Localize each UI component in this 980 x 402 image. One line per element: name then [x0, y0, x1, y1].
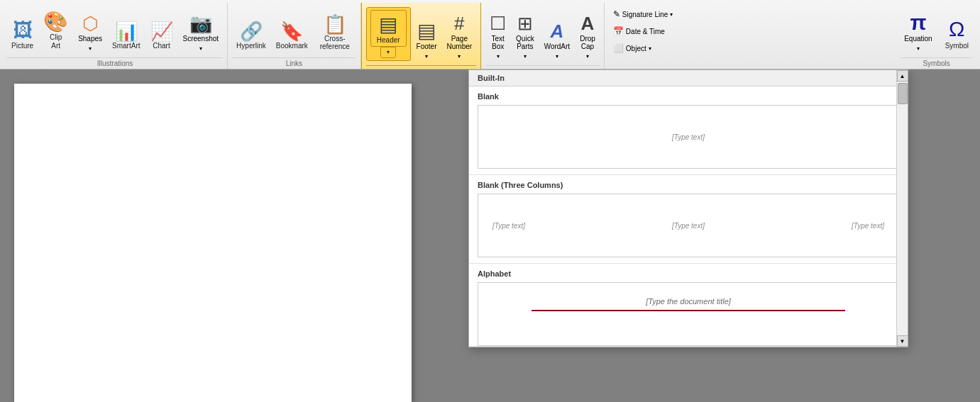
- ribbon: 🖼 Picture 🎨 ClipArt ⬡ Shapes ▾ 📊 Smar: [0, 0, 980, 69]
- textbox-button[interactable]: ☐ TextBox ▾: [485, 10, 510, 61]
- bookmark-label: Bookmark: [276, 42, 308, 50]
- group-symbols: π Equation ▾ Ω Symbol Symbols: [896, 3, 977, 69]
- pagenumber-arrow[interactable]: ▾: [453, 52, 465, 61]
- screenshot-main: 📷 Screenshot: [179, 10, 224, 45]
- equation-label: Equation: [904, 35, 932, 43]
- picture-icon: 🖼: [13, 21, 33, 40]
- dropcap-arrow[interactable]: ▾: [582, 52, 593, 61]
- equation-arrow[interactable]: ▾: [913, 45, 924, 53]
- screenshot-icon: 📷: [189, 13, 212, 35]
- clipart-label: ClipArt: [50, 33, 62, 50]
- object-arrow[interactable]: ▾: [649, 45, 651, 52]
- footer-label: Footer: [417, 43, 437, 50]
- picture-label: Picture: [11, 42, 33, 50]
- equation-icon: π: [910, 11, 926, 35]
- screenshot-button[interactable]: 📷 Screenshot ▾: [179, 10, 224, 53]
- text-group-label: [485, 65, 600, 69]
- bookmark-button[interactable]: 🔖 Bookmark: [272, 19, 312, 53]
- smartart-icon: 📊: [115, 22, 138, 40]
- clipart-button[interactable]: 🎨 ClipArt: [39, 9, 72, 53]
- header-button[interactable]: ▤ Header ▾: [366, 7, 411, 61]
- scroll-up-arrow[interactable]: ▲: [897, 70, 908, 82]
- chart-label: Chart: [153, 42, 170, 50]
- text-items: ☐ TextBox ▾ ⊞ QuickParts ▾ A WordArt: [485, 4, 600, 64]
- pagenumber-button[interactable]: # PageNumber ▾: [443, 10, 477, 61]
- symbol-label: Symbol: [945, 42, 969, 50]
- symbols-items: π Equation ▾ Ω Symbol: [900, 4, 973, 56]
- shapes-arrow[interactable]: ▾: [84, 45, 96, 53]
- equation-button[interactable]: π Equation ▾: [900, 8, 936, 53]
- dropdown-alphabet-item[interactable]: Alphabet [Type the document title]: [469, 264, 908, 347]
- hyperlink-label: Hyperlink: [236, 42, 266, 50]
- datetime-label: Date & Time: [626, 28, 665, 35]
- blank-placeholder: [Type text]: [672, 133, 705, 141]
- three-col-preview: [Type text] [Type text] [Type text]: [478, 197, 898, 254]
- symbols-group-label: Symbols: [900, 57, 973, 69]
- chart-button[interactable]: 📈 Chart: [146, 19, 177, 53]
- datetime-row: 📅 Date & Time: [609, 23, 891, 40]
- datetime-button[interactable]: 📅 Date & Time: [609, 24, 669, 38]
- footer-button[interactable]: ▤ Footer ▾: [412, 16, 441, 61]
- shapes-icon: ⬡: [82, 13, 99, 35]
- document-page: [14, 84, 412, 402]
- dropcap-label: DropCap: [580, 35, 595, 50]
- quickparts-icon: ⊞: [517, 13, 533, 35]
- three-col-text-2: [Type text]: [672, 222, 705, 230]
- wordart-label: WordArt: [544, 43, 571, 50]
- picture-button[interactable]: 🖼 Picture: [7, 18, 38, 53]
- screenshot-arrow[interactable]: ▾: [195, 45, 207, 53]
- shapes-main: ⬡ Shapes: [74, 10, 106, 45]
- wordart-main: A WordArt: [540, 18, 575, 52]
- alphabet-underline: [532, 310, 845, 311]
- shapes-button[interactable]: ⬡ Shapes ▾: [74, 10, 106, 53]
- smartart-button[interactable]: 📊 SmartArt: [108, 19, 144, 53]
- hyperlink-button[interactable]: 🔗 Hyperlink: [232, 19, 270, 53]
- dropdown-three-col-item[interactable]: Blank (Three Columns) [Type text] [Type …: [469, 175, 908, 264]
- smartart-label: SmartArt: [112, 42, 140, 50]
- textbox-arrow[interactable]: ▾: [492, 52, 504, 61]
- quickparts-main: ⊞ QuickParts: [512, 10, 539, 52]
- quickparts-arrow[interactable]: ▾: [519, 52, 531, 61]
- header-arrow[interactable]: ▾: [380, 47, 396, 58]
- ribbon-right-section: ✎ Signature Line ▾ 📅 Date & Time ⬜ Objec…: [605, 3, 896, 69]
- wordart-button[interactable]: A WordArt ▾: [540, 18, 575, 61]
- signatureline-button[interactable]: ✎ Signature Line ▾: [609, 7, 678, 21]
- ribbon-content: 🖼 Picture 🎨 ClipArt ⬡ Shapes ▾ 📊 Smar: [0, 0, 980, 69]
- signatureline-arrow[interactable]: ▾: [670, 11, 673, 18]
- footer-arrow[interactable]: ▾: [421, 52, 432, 61]
- shapes-label: Shapes: [78, 35, 102, 43]
- signatureline-label: Signature Line: [622, 11, 668, 18]
- dropcap-button[interactable]: A DropCap ▾: [576, 10, 600, 61]
- alphabet-title: Alphabet: [478, 269, 899, 278]
- screenshot-label: Screenshot: [183, 35, 219, 43]
- links-group-label: Links: [232, 57, 356, 69]
- blank-preview: [Type text]: [478, 105, 899, 169]
- dropdown-scrollbar[interactable]: ▲ ▼: [896, 70, 908, 347]
- scroll-down-arrow[interactable]: ▼: [897, 335, 908, 347]
- illustrations-items: 🖼 Picture 🎨 ClipArt ⬡ Shapes ▾ 📊 Smar: [7, 4, 223, 56]
- clipart-icon: 🎨: [43, 12, 68, 32]
- object-icon: ⬜: [613, 43, 624, 53]
- crossref-label: Cross-reference: [318, 35, 352, 50]
- object-button[interactable]: ⬜ Object ▾: [609, 41, 656, 55]
- links-items: 🔗 Hyperlink 🔖 Bookmark 📋 Cross-reference: [232, 4, 356, 56]
- three-col-text-3: [Type text]: [852, 222, 884, 230]
- header-icon: ▤: [379, 13, 397, 37]
- quickparts-button[interactable]: ⊞ QuickParts ▾: [512, 10, 539, 61]
- signature-row: ✎ Signature Line ▾: [609, 6, 891, 23]
- crossref-button[interactable]: 📋 Cross-reference: [314, 12, 356, 53]
- header-footer-items: ▤ Header ▾ ▤ Footer ▾ # PageNumber: [366, 4, 476, 64]
- header-footer-group-label: [366, 65, 476, 69]
- scroll-thumb[interactable]: [898, 83, 908, 104]
- object-row: ⬜ Object ▾: [609, 40, 891, 57]
- dropdown-blank-item[interactable]: Blank [Type text]: [469, 86, 908, 175]
- footer-icon: ▤: [417, 19, 436, 43]
- textbox-icon: ☐: [490, 13, 506, 35]
- symbol-button[interactable]: Ω Symbol: [941, 13, 973, 53]
- alphabet-preview-box: [Type the document title]: [478, 282, 899, 346]
- hyperlink-icon: 🔗: [240, 22, 263, 40]
- wordart-arrow[interactable]: ▾: [551, 52, 563, 61]
- illustrations-group-label: Illustrations: [7, 57, 223, 69]
- blank-title: Blank: [478, 92, 899, 101]
- object-label: Object: [626, 45, 646, 52]
